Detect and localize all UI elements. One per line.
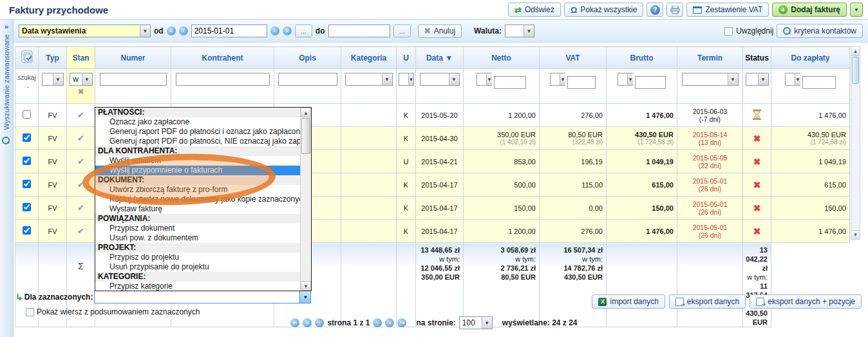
filter-select[interactable]: ▼ xyxy=(746,73,769,86)
chevron-down-icon[interactable]: ▼ xyxy=(482,317,492,329)
filter-select[interactable]: ▼ xyxy=(420,73,460,86)
column-header-vat[interactable]: VAT xyxy=(540,47,607,69)
date-fwd-button[interactable]: › xyxy=(270,26,279,35)
row-checkbox[interactable] xyxy=(23,157,31,165)
select-all-header[interactable] xyxy=(15,47,39,69)
menu-item[interactable]: Usuń pow. z dokumentem xyxy=(95,233,300,243)
row-select-cell[interactable] xyxy=(15,173,39,197)
date-fwd-fast-button[interactable]: » xyxy=(283,26,292,35)
chevron-down-icon[interactable]: ▼ xyxy=(449,73,459,85)
column-header-opis[interactable]: Opis xyxy=(274,47,341,69)
column-header-do_zaplaty[interactable]: Do zapłaty xyxy=(771,47,850,69)
row-select-cell[interactable] xyxy=(15,220,39,243)
filter-input[interactable] xyxy=(100,73,167,86)
filter-input[interactable] xyxy=(802,76,836,89)
menu-scroll-up-icon[interactable]: ▲ xyxy=(301,108,311,117)
chevron-down-icon[interactable]: ▼ xyxy=(627,73,633,85)
last-page-button[interactable]: ⇥ xyxy=(397,318,406,327)
filter-field-select[interactable]: Data wystawienia▼ xyxy=(19,24,151,37)
menu-item[interactable]: Usuń przypisanie do projektu xyxy=(95,262,300,272)
filter-select[interactable]: ▼ xyxy=(399,73,414,86)
per-page-select[interactable]: 100▼ xyxy=(459,316,493,329)
contact-criteria-button[interactable]: kryteria kontaktów xyxy=(777,24,863,38)
chevron-down-icon[interactable]: ▼ xyxy=(795,73,800,85)
menu-item[interactable]: Oznacz jako zapłacone xyxy=(95,117,300,127)
chevron-down-icon[interactable]: ▼ xyxy=(524,25,534,37)
menu-scroll-down-icon[interactable]: ▼ xyxy=(301,281,311,291)
add-invoice-caret-button[interactable]: ▼ xyxy=(850,3,863,17)
filter-input[interactable] xyxy=(176,73,270,86)
for-selected-select[interactable]: ▼ xyxy=(94,291,311,303)
fast-back-button[interactable]: « xyxy=(303,318,312,327)
row-select-cell[interactable] xyxy=(15,104,39,127)
filter-input[interactable] xyxy=(278,73,337,86)
date-from-picker-button[interactable]: ... xyxy=(295,24,312,37)
column-header-kontrahent[interactable]: Kontrahent xyxy=(171,47,274,69)
cancel-filter-button[interactable]: ✖Anuluj xyxy=(418,24,462,38)
menu-item[interactable]: Przypisz do projektu xyxy=(95,253,300,262)
import-data-button[interactable]: Ximport danych xyxy=(592,294,665,309)
menu-item[interactable]: Przypisz kategorie xyxy=(95,282,300,291)
row-select-cell[interactable] xyxy=(15,197,39,220)
column-header-stan[interactable]: Stan xyxy=(67,47,95,69)
chevron-down-icon[interactable]: ▼ xyxy=(758,73,768,85)
chevron-down-icon[interactable]: ▼ xyxy=(560,73,565,85)
filter-select[interactable]: ▼ xyxy=(345,73,393,86)
menu-item[interactable]: Kopiuj (utwórz nowe dokumenty jako kopie… xyxy=(95,195,300,204)
filter-select[interactable]: ▼ xyxy=(618,73,633,86)
chevron-down-icon[interactable]: ▼ xyxy=(382,73,392,85)
row-checkbox[interactable] xyxy=(23,180,31,188)
row-select-cell[interactable] xyxy=(15,127,39,150)
export-data-positions-button[interactable]: eksport danych + pozycje xyxy=(750,294,862,309)
column-header-numer[interactable]: Numer xyxy=(95,47,171,69)
fast-fwd-button[interactable]: » xyxy=(385,318,394,327)
column-header-netto[interactable]: Netto xyxy=(464,47,540,69)
first-page-button[interactable]: ⇤ xyxy=(290,318,299,327)
column-header-u[interactable]: U xyxy=(397,47,416,69)
date-to-input[interactable] xyxy=(328,24,390,37)
scroll-up-icon[interactable]: ▲ xyxy=(851,47,860,56)
include-contacts-checkbox[interactable] xyxy=(724,27,733,35)
menu-item[interactable]: Wystaw fakturę xyxy=(95,204,300,214)
filter-select[interactable]: ▼ xyxy=(682,73,739,86)
show-summary-checkbox[interactable] xyxy=(26,308,34,316)
clear-filter-icon[interactable]: ✖ xyxy=(78,88,84,96)
filter-select[interactable]: ▼ xyxy=(785,73,800,86)
row-checkbox[interactable] xyxy=(23,226,31,235)
chevron-down-icon[interactable]: ▼ xyxy=(486,73,492,85)
export-data-button[interactable]: eksport danych xyxy=(669,294,746,309)
add-invoice-button[interactable]: +Dodaj fakturę xyxy=(772,3,847,17)
chevron-down-icon[interactable]: ▼ xyxy=(728,73,738,85)
menu-scrollbar-thumb[interactable] xyxy=(301,118,310,154)
show-all-button[interactable]: ΩPokaż wszystkie xyxy=(564,3,643,17)
menu-item[interactable]: Przypisz dokument xyxy=(95,224,300,233)
vat-summary-button[interactable]: Zestawienie VAT xyxy=(686,3,769,17)
row-checkbox[interactable] xyxy=(23,110,31,119)
menu-scrollbar[interactable]: ▲ ▼ xyxy=(300,108,311,291)
date-from-input[interactable] xyxy=(191,24,267,37)
filter-select[interactable]: w▼ xyxy=(70,73,93,86)
menu-item[interactable]: Utwórz zbiorczą fakturę z pro-form xyxy=(95,185,300,195)
scrollbar-thumb[interactable] xyxy=(852,57,859,84)
column-header-termin[interactable]: Termin xyxy=(677,47,743,69)
filter-select[interactable]: ▼ xyxy=(42,73,64,86)
menu-item[interactable]: Generuj raport PDF do płatności i oznacz… xyxy=(95,127,300,137)
expand-sidebar-icon[interactable]: » xyxy=(0,23,13,30)
menu-item[interactable]: Wyślij emailem xyxy=(95,156,300,166)
scroll-down-icon[interactable]: ▼ xyxy=(851,230,860,239)
menu-item-selected[interactable]: Wyślij przypomnienie o fakturach xyxy=(95,166,300,175)
column-header-status[interactable]: Status xyxy=(743,47,771,69)
date-back-button[interactable]: ‹ xyxy=(179,26,188,35)
filter-select[interactable]: ▼ xyxy=(476,73,492,86)
row-select-cell[interactable] xyxy=(15,150,39,173)
chevron-down-icon[interactable]: ▼ xyxy=(408,73,414,85)
column-header-kategoria[interactable]: Kategoria xyxy=(341,47,397,69)
chevron-down-icon[interactable]: ▼ xyxy=(140,25,150,37)
filter-input[interactable] xyxy=(567,76,596,89)
column-header-data[interactable]: Data ▼ xyxy=(416,47,464,69)
date-back-fast-button[interactable]: « xyxy=(167,26,176,35)
filter-select[interactable]: ▼ xyxy=(550,73,565,86)
column-header-typ[interactable]: Typ xyxy=(39,47,67,69)
help-button[interactable]: ? xyxy=(646,3,663,17)
advanced-search-sidebar[interactable]: » Wyszukiwanie zaawansowane xyxy=(0,20,14,337)
